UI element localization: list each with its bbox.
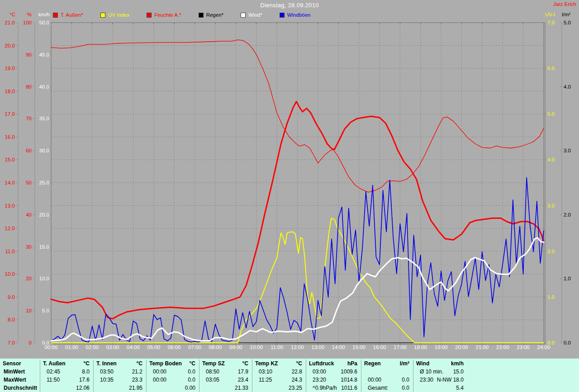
legend-color-chip	[280, 13, 285, 18]
axis-wind-tick: 40.0	[39, 84, 49, 90]
table-cell: 12.06	[40, 384, 93, 392]
x-axis-tick: 20:00	[455, 345, 468, 350]
table-cell-time: 23:20	[313, 376, 326, 384]
table-header-temp-boden: Temp Boden°C	[146, 359, 199, 368]
table-cell-time: Wind	[416, 359, 429, 368]
axis-uv-tick: 4.0	[547, 157, 555, 162]
table-cell-time: Temp SZ	[202, 359, 225, 368]
table-cell: 03:001009.6	[306, 368, 361, 376]
table-row-label: MinWert	[0, 368, 40, 376]
x-axis-tick: 12:00	[291, 345, 304, 350]
legend-item-0: T. Außen*	[53, 12, 83, 18]
table-cell-time: T. Außen	[43, 359, 66, 368]
table-cell-time: 03:50	[100, 368, 114, 376]
axis-humidity-tick: 90	[26, 52, 32, 57]
legend-label: Feuchte A.*	[154, 12, 181, 18]
axis-wind-tick: 35.0	[39, 116, 49, 121]
table-cell-value: l/m²	[400, 359, 409, 368]
table-cell-time: 00:00	[368, 376, 381, 384]
table-cell-time: 02:45	[47, 368, 60, 376]
table-header-t-innen: T. Innen°C	[93, 359, 146, 368]
axis-uv-tick: 6.0	[547, 66, 555, 71]
legend-label: T. Außen*	[61, 12, 83, 18]
table-header-temp-sz: Temp SZ°C	[199, 359, 252, 368]
x-axis-tick: 22:00	[496, 345, 509, 350]
axis-temp-tick: 9.0	[8, 294, 15, 300]
table-cell-time: T. Innen	[96, 359, 117, 368]
legend: T. Außen*UV IndexFeuchte A.*Regen*Wind*W…	[53, 12, 311, 18]
table-cell-time: 11:25	[259, 376, 272, 384]
axis-humidity-tick: 10	[26, 308, 32, 313]
legend-label: Windböen	[287, 12, 311, 18]
table-cell-value: 24.3	[292, 376, 302, 384]
axis-rain-tick: 2.0	[564, 212, 571, 217]
x-axis-tick: 03:00	[106, 345, 119, 350]
axis-temp-tick: 20.0	[5, 43, 15, 48]
table-row-label: MaxWert	[0, 376, 40, 384]
x-axis-labels: 00:0001:0002:0003:0004:0005:0006:0007:00…	[45, 345, 551, 350]
table-cell-value: 0.00	[185, 384, 195, 392]
table-cell-time: Regen	[364, 359, 381, 368]
table-filler	[467, 376, 579, 384]
x-axis-tick: 08:00	[209, 345, 222, 350]
axis-temp-tick: 12.0	[5, 226, 15, 231]
table-cell-value: 8.0	[82, 368, 90, 376]
table-cell-time: Luftdruck	[309, 359, 334, 368]
axis-temp-tick: 19.0	[5, 66, 15, 71]
axis-humidity-tick: 70	[26, 116, 32, 121]
x-axis-tick: 10:00	[250, 345, 263, 350]
axis-humidity-tick: 30	[26, 244, 32, 250]
x-axis-tick: 24:00	[537, 345, 551, 350]
table-header-temp-kz: Temp KZ°C	[252, 359, 306, 368]
axis-temp-tick: 16.0	[5, 134, 15, 140]
legend-item-4: Wind*	[241, 12, 262, 18]
axis-temp-tick: 7.0	[8, 340, 15, 345]
axis-wind-tick: 50.0	[39, 20, 49, 25]
axis-temp-tick: 11.0	[5, 249, 15, 254]
table-cell-value: km/h	[451, 359, 464, 368]
plot-frame	[51, 23, 545, 345]
axis-humidity-tick: 20	[26, 276, 32, 281]
table-cell: 00:000.0	[146, 368, 199, 376]
table-cell-value: 0.0	[188, 376, 195, 384]
axis-rain-tick: 3.0	[564, 148, 571, 153]
table-cell-value: 0.0	[402, 376, 409, 384]
legend-item-5: Windböen	[280, 12, 311, 18]
table-cell-time: 03:10	[259, 368, 272, 376]
x-axis-tick: 14:00	[332, 345, 345, 350]
station-name: Jarz Erich	[553, 1, 576, 7]
table-cell-value: N-NW 18.0	[437, 376, 464, 384]
table-cell: 02:458.0	[40, 368, 93, 376]
axis-wind-tick: 10.0	[39, 276, 49, 281]
table-cell: 23.25	[252, 384, 306, 392]
table-cell: 0.00	[146, 384, 199, 392]
statistics-table: SensorT. Außen°CT. Innen°CTemp Boden°CTe…	[0, 359, 579, 392]
legend-color-chip	[241, 13, 246, 18]
table-cell-value: 1014.8	[341, 376, 357, 384]
x-axis-tick: 00:00	[45, 345, 58, 350]
table-cell-value: 23.3	[132, 376, 142, 384]
table-cell-value: 22.8	[292, 368, 302, 376]
axis-wind-tick: 30.0	[39, 148, 49, 153]
table-header-wind: Windkm/h	[413, 359, 467, 368]
axis-wind-tick: 5.0	[42, 308, 49, 313]
table-cell-value: hPa	[347, 359, 357, 368]
x-axis-tick: 06:00	[168, 345, 181, 350]
axis-uv-tick: 5.0	[547, 111, 555, 117]
table-header-t-au-en: T. Außen°C	[40, 359, 93, 368]
table-cell-value: °C	[84, 359, 90, 368]
x-axis-tick: 19:00	[435, 345, 448, 350]
table-cell-value: 21.2	[132, 368, 142, 376]
table-cell-time: Temp Boden	[149, 359, 182, 368]
weather-chart: 7.08.09.010.011.012.013.014.015.016.017.…	[0, 0, 579, 359]
table-cell: ^0.9hPa/h1011.6	[306, 384, 361, 392]
axis-temp: 7.08.09.010.011.012.013.014.015.016.017.…	[5, 20, 18, 345]
table-cell-value: 15.0	[453, 368, 464, 376]
legend-item-2: Feuchte A.*	[147, 12, 181, 18]
table-cell: 23:30N-NW 18.0	[413, 376, 467, 384]
x-axis-tick: 17:00	[394, 345, 407, 350]
table-header-regen: Regenl/m²	[361, 359, 413, 368]
legend-label: Wind*	[248, 12, 262, 18]
x-axis-tick: 23:00	[517, 345, 530, 350]
x-axis-tick: 07:00	[188, 345, 201, 350]
